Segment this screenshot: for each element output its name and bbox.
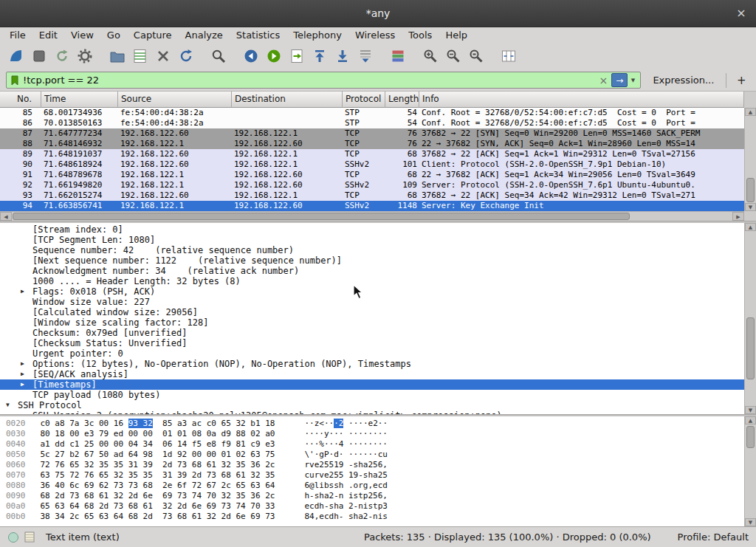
detail-line[interactable]: [TCP Segment Len: 1080] [0,235,744,245]
packet-row[interactable]: 9071.648618924192.168.122.60192.168.122.… [0,159,744,170]
packet-row[interactable]: 8871.648146932192.168.122.1192.168.122.6… [0,139,744,149]
detail-line[interactable]: ▼SSH Protocol [0,400,744,410]
column-header-protocol[interactable]: Protocol [343,92,385,108]
hex-row[interactable]: 00a065 63 64 68 2d 73 68 61 32 2d 6e 69 … [6,501,744,512]
go-forward-button[interactable] [262,45,285,67]
expander-icon[interactable] [21,338,32,348]
find-packet-button[interactable] [207,45,230,67]
go-back-button[interactable] [239,45,262,67]
hex-row[interactable]: 0040a1 dd c1 25 00 00 04 34 06 14 f5 e8 … [6,439,744,450]
expander-icon[interactable] [21,266,32,276]
detail-line-selected[interactable]: ▶[Timestamps] [0,379,744,390]
detail-line[interactable]: ▶Flags: 0x018 (PSH, ACK) [0,286,744,297]
expander-icon[interactable] [21,317,32,328]
column-header-length[interactable]: Length [385,92,419,108]
packet-list-vscrollbar[interactable]: ▲ ▼ [744,108,756,211]
detail-line[interactable]: [Stream index: 0] [0,224,744,235]
scroll-up-icon[interactable]: ▲ [745,416,756,424]
expander-icon[interactable] [21,297,32,307]
detail-line[interactable]: [Checksum Status: Unverified] [0,338,744,348]
detail-line[interactable]: TCP payload (1080 bytes) [0,390,744,400]
scroll-left-icon[interactable]: ◀ [0,212,12,221]
scroll-down-icon[interactable]: ▼ [745,203,756,211]
hex-row[interactable]: 00505c 27 b2 67 50 ad 64 98 1d 92 00 00 … [6,450,744,460]
scroll-up-icon[interactable]: ▲ [745,108,756,116]
detail-line[interactable]: [Next sequence number: 1122 (relative se… [0,255,744,266]
menu-view[interactable]: View [64,29,100,41]
filter-entry[interactable]: × → ▼ [6,72,641,89]
start-capture-button[interactable] [4,45,27,67]
packet-row[interactable]: 8568.001734936fe:54:00:d4:38:2aSTP54Conf… [0,108,744,118]
expert-info-icon[interactable] [7,531,19,543]
close-file-button[interactable] [151,45,174,67]
expander-icon[interactable]: ▶ [21,369,32,379]
detail-line[interactable]: [Window size scaling factor: 128] [0,317,744,328]
details-vscrollbar[interactable]: ▲ ▼ [744,223,756,414]
detail-line[interactable]: ▶Options: (12 bytes), No-Operation (NOP)… [0,359,744,369]
filter-input[interactable] [23,75,597,86]
statusbar-profile[interactable]: Profile: Default [678,531,749,543]
menu-statistics[interactable]: Statistics [230,29,286,41]
expander-icon[interactable] [21,390,32,400]
detail-line[interactable]: Acknowledgment number: 34 (relative ack … [0,266,744,276]
scrollbar-thumb[interactable] [746,426,755,448]
packet-row[interactable]: 8971.648191037192.168.122.60192.168.122.… [0,149,744,159]
column-header-destination[interactable]: Destination [232,92,343,108]
filter-history-caret-icon[interactable]: ▼ [628,78,638,83]
expression-button[interactable]: Expression... [648,73,718,87]
close-window-button[interactable]: × [734,6,749,21]
detail-line[interactable]: ▶[SEQ/ACK analysis] [0,369,744,379]
detail-line[interactable]: Checksum: 0x79ed [unverified] [0,328,744,338]
expander-icon[interactable]: ▼ [6,400,18,410]
apply-filter-button[interactable]: → [611,73,628,87]
menu-help[interactable]: Help [439,29,474,41]
capture-file-properties-icon[interactable] [24,531,35,543]
packet-list-hscrollbar[interactable]: ◀ ▶ [0,211,744,221]
menu-tools[interactable]: Tools [402,29,439,41]
zoom-original-button[interactable] [464,45,487,67]
packet-row[interactable]: 9371.662015274192.168.122.60192.168.122.… [0,190,744,201]
scrollbar-thumb[interactable] [746,178,755,202]
expander-icon[interactable]: ▶ [21,379,32,390]
menu-telephony[interactable]: Telephony [286,29,348,41]
hex-row[interactable]: 008036 40 6c 69 62 73 73 68 2e 6f 72 67 … [6,481,744,491]
packet-row-selected[interactable]: 9471.663856741192.168.122.1192.168.122.6… [0,201,744,211]
go-first-packet-button[interactable] [308,45,331,67]
packet-row[interactable]: 9171.648789678192.168.122.1192.168.122.6… [0,170,744,180]
hex-row[interactable]: 00b038 34 2c 65 63 64 68 2d 73 68 61 32 … [6,512,744,522]
scrollbar-thumb[interactable] [13,213,630,220]
packet-row[interactable]: 8670.013850163fe:54:00:d4:38:2aSTP54Conf… [0,118,744,128]
add-filter-button[interactable]: + [732,74,750,87]
bookmark-icon[interactable] [10,75,20,86]
detail-line[interactable]: Window size value: 227 [0,297,744,307]
hex-row[interactable]: 009068 2d 73 68 61 32 2d 6e 69 73 74 70 … [6,491,744,501]
go-last-packet-button[interactable] [331,45,354,67]
expander-icon[interactable] [21,235,32,245]
scroll-right-icon[interactable]: ▶ [732,212,744,221]
packet-row[interactable]: 8771.647777234192.168.122.60192.168.122.… [0,128,744,139]
hex-row[interactable]: 003080 18 00 e3 79 ed 00 00 01 01 08 0a … [6,429,744,439]
menu-edit[interactable]: Edit [32,29,64,41]
expander-icon[interactable] [21,348,32,359]
expander-icon[interactable] [21,307,32,317]
detail-line[interactable]: 1000 .... = Header Length: 32 bytes (8) [0,276,744,286]
hex-row[interactable]: 007063 75 72 76 65 32 35 35 31 39 2d 73 … [6,470,744,481]
save-file-button[interactable] [128,45,151,67]
scroll-down-icon[interactable]: ▼ [745,406,756,414]
scroll-down-icon[interactable]: ▼ [745,518,756,526]
zoom-out-button[interactable] [441,45,464,67]
auto-scroll-button[interactable] [354,45,377,67]
expander-icon[interactable] [21,276,32,286]
menu-capture[interactable]: Capture [127,29,179,41]
capture-options-button[interactable] [73,45,96,67]
column-header-time[interactable]: Time [41,92,118,108]
stop-capture-button[interactable] [27,45,50,67]
expander-icon[interactable]: ▶ [21,359,32,369]
expander-icon[interactable] [21,255,32,266]
scroll-up-icon[interactable]: ▲ [745,223,756,231]
menu-go[interactable]: Go [100,29,127,41]
hex-vscrollbar[interactable]: ▲ ▼ [744,416,756,526]
expander-icon[interactable] [21,224,32,235]
clear-filter-icon[interactable]: × [597,75,610,86]
reload-button[interactable] [174,45,197,67]
